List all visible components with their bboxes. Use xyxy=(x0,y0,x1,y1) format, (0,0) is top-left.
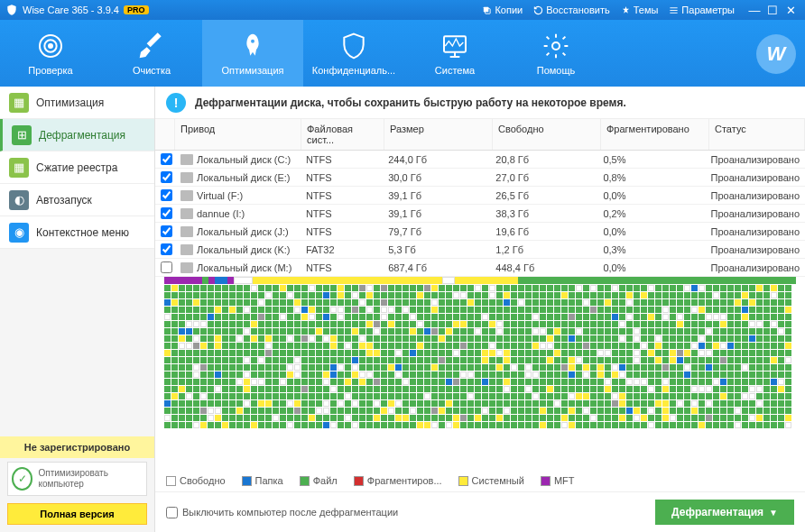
table-row[interactable]: dannue (I:)NTFS39,1 Гб38,3 Гб0,2%Проанал… xyxy=(155,205,805,223)
target-icon xyxy=(35,31,66,61)
table-row[interactable]: Локальный диск (K:)FAT325,3 Гб1,2 Гб0,3%… xyxy=(155,241,805,259)
full-version-button[interactable]: Полная версия xyxy=(7,503,147,525)
sidebar-item-optimize[interactable]: ▦Оптимизация xyxy=(0,87,154,119)
unregistered-badge: Не зарегистрировано xyxy=(0,436,154,458)
info-bar: ! Дефрагментации диска, чтобы сохранить … xyxy=(155,87,805,119)
legend-swatch xyxy=(242,476,252,486)
brush-icon xyxy=(136,31,167,61)
table-row[interactable]: Локальный диск (M:)NTFS687,4 Гб448,4 Гб0… xyxy=(155,259,805,277)
col-frag[interactable]: Фрагментировано xyxy=(601,119,709,150)
svg-rect-0 xyxy=(484,6,489,12)
row-checkbox[interactable] xyxy=(161,225,172,237)
titlebar-link-settings[interactable]: Параметры xyxy=(669,5,735,15)
monitor-icon xyxy=(440,31,470,61)
svg-rect-2 xyxy=(671,7,678,8)
legend-swatch xyxy=(166,476,176,486)
svg-point-8 xyxy=(251,40,254,43)
legend-item: Системный xyxy=(458,475,524,486)
app-title: Wise Care 365 - 3.9.4 xyxy=(23,5,119,15)
col-free[interactable]: Свободно xyxy=(493,119,601,150)
info-icon: ! xyxy=(166,93,186,113)
row-checkbox[interactable] xyxy=(161,153,172,165)
shutdown-checkbox[interactable]: Выключить компьютер после дефрагментации xyxy=(166,507,398,518)
sidebar-item-context[interactable]: ◉Контекстное меню xyxy=(0,216,154,249)
main-toolbar: Проверка Очистка Оптимизация Конфиденциа… xyxy=(0,20,805,87)
table-row[interactable]: Virtual (F:)NTFS39,1 Гб26,5 Гб0,0%Проана… xyxy=(155,187,805,205)
defrag-button[interactable]: Дефрагментация ▼ xyxy=(655,500,794,525)
close-button[interactable]: ✕ xyxy=(782,4,800,17)
col-status[interactable]: Статус xyxy=(709,119,805,150)
col-drive[interactable]: Привод xyxy=(175,119,301,150)
col-size[interactable]: Размер xyxy=(384,119,493,150)
info-text: Дефрагментации диска, чтобы сохранить бы… xyxy=(195,96,626,109)
optimize-pc-box[interactable]: ✓ Оптимизировать компьютер xyxy=(7,462,147,496)
drive-icon xyxy=(180,208,193,219)
drive-icon xyxy=(180,190,193,201)
sidebar-item-startup[interactable]: ◐Автозапуск xyxy=(0,184,154,216)
legend-swatch xyxy=(458,476,468,486)
svg-point-7 xyxy=(49,44,52,48)
sidebar: ▦Оптимизация ⊞Дефрагментация ▦Сжатие рее… xyxy=(0,87,155,532)
drive-icon xyxy=(180,154,193,165)
legend: СвободноПапкаФайлФрагментиров...Системны… xyxy=(155,470,805,491)
toolbar-optimize[interactable]: Оптимизация xyxy=(202,20,303,87)
toolbar-system[interactable]: Система xyxy=(404,20,505,87)
svg-point-10 xyxy=(552,42,560,50)
gear-icon xyxy=(541,31,571,61)
table-row[interactable]: Локальный диск (E:)NTFS30,0 Гб27,0 Гб0,8… xyxy=(155,169,805,187)
user-avatar[interactable]: W xyxy=(756,34,796,74)
row-checkbox[interactable] xyxy=(161,171,172,183)
toolbar-help[interactable]: Помощь xyxy=(505,20,606,87)
compress-icon: ▦ xyxy=(9,158,29,178)
row-checkbox[interactable] xyxy=(161,243,172,255)
legend-swatch xyxy=(541,476,551,486)
grid-icon: ▦ xyxy=(9,93,29,113)
shield-icon xyxy=(338,31,369,61)
sidebar-item-defrag[interactable]: ⊞Дефрагментация xyxy=(0,119,154,151)
footer: Выключить компьютер после дефрагментации… xyxy=(155,491,805,532)
drive-icon xyxy=(180,262,193,273)
col-fs[interactable]: Файловая сист... xyxy=(301,119,384,150)
toolbar-check[interactable]: Проверка xyxy=(0,20,101,87)
legend-item: Свободно xyxy=(166,475,226,486)
mouse-icon: ◉ xyxy=(9,223,29,243)
row-checkbox[interactable] xyxy=(161,189,172,201)
legend-item: Файл xyxy=(300,475,338,486)
svg-rect-4 xyxy=(671,12,678,13)
titlebar-link-restore[interactable]: Восстановить xyxy=(533,5,609,15)
defrag-icon: ⊞ xyxy=(12,125,32,145)
shutdown-checkbox-input[interactable] xyxy=(166,507,178,518)
app-shield-icon xyxy=(5,4,18,16)
titlebar-link-copies[interactable]: Копии xyxy=(482,5,523,15)
drive-icon xyxy=(180,172,193,183)
check-circle-icon: ✓ xyxy=(12,467,32,491)
startup-icon: ◐ xyxy=(9,190,29,210)
table-row[interactable]: Локальный диск (J:)NTFS79,7 Гб19,6 Гб0,0… xyxy=(155,223,805,241)
legend-swatch xyxy=(354,476,364,486)
drive-icon xyxy=(180,226,193,237)
rocket-icon xyxy=(237,31,268,61)
minimize-button[interactable]: — xyxy=(745,4,763,17)
titlebar-link-themes[interactable]: Темы xyxy=(621,5,659,15)
toolbar-privacy[interactable]: Конфиденциаль... xyxy=(303,20,404,87)
drive-icon xyxy=(180,244,193,255)
svg-rect-3 xyxy=(671,10,678,11)
legend-swatch xyxy=(300,476,310,486)
row-checkbox[interactable] xyxy=(161,207,172,219)
defrag-map xyxy=(164,285,796,466)
row-checkbox[interactable] xyxy=(161,261,172,273)
sidebar-item-registry[interactable]: ▦Сжатие реестра xyxy=(0,151,154,184)
drives-table: Привод Файловая сист... Размер Свободно … xyxy=(155,119,805,277)
titlebar: Wise Care 365 - 3.9.4 PRO Копии Восстано… xyxy=(0,0,805,20)
legend-item: MFT xyxy=(541,475,575,486)
toolbar-clean[interactable]: Очистка xyxy=(101,20,202,87)
legend-item: Фрагментиров... xyxy=(354,475,442,486)
main-panel: ! Дефрагментации диска, чтобы сохранить … xyxy=(155,87,805,532)
maximize-button[interactable]: ☐ xyxy=(763,4,782,17)
defrag-strip xyxy=(164,277,796,284)
legend-item: Папка xyxy=(242,475,283,486)
table-row[interactable]: Локальный диск (C:)NTFS244,0 Гб20,8 Гб0,… xyxy=(155,151,805,169)
table-header: Привод Файловая сист... Размер Свободно … xyxy=(155,119,805,151)
chevron-down-icon: ▼ xyxy=(769,508,778,518)
pro-badge: PRO xyxy=(124,5,149,14)
